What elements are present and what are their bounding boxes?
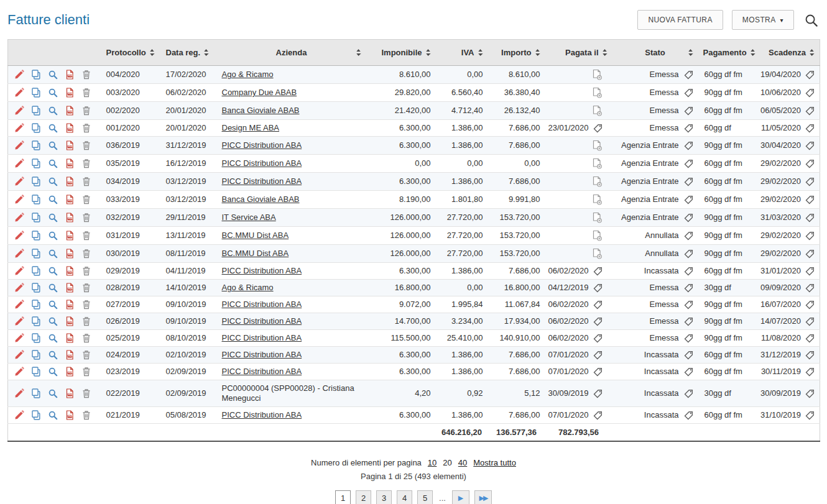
tag-icon[interactable] xyxy=(805,300,815,309)
tag-icon[interactable] xyxy=(684,249,693,259)
page-button-1[interactable]: 1 xyxy=(335,490,351,504)
column-header-imponibile[interactable]: Imponibile xyxy=(382,48,422,57)
edit-icon[interactable] xyxy=(14,176,24,186)
tag-icon[interactable] xyxy=(684,88,693,98)
pdf-icon[interactable]: PDF xyxy=(65,266,75,276)
edit-icon[interactable] xyxy=(14,388,24,398)
copy-icon[interactable] xyxy=(31,123,41,133)
trash-icon[interactable] xyxy=(81,140,91,150)
tag-icon[interactable] xyxy=(684,141,693,150)
sort-icon[interactable] xyxy=(478,48,483,57)
column-header-stato[interactable]: Stato xyxy=(645,48,665,57)
tag-icon[interactable] xyxy=(684,367,693,377)
page-button-2[interactable]: 2 xyxy=(356,490,371,504)
pdf-icon[interactable]: PDF xyxy=(65,316,75,326)
pdf-icon[interactable]: PDF xyxy=(65,388,75,398)
register-payment-icon[interactable] xyxy=(591,105,603,116)
tag-icon[interactable] xyxy=(805,411,815,420)
azienda-link[interactable]: Ago & Ricamo xyxy=(222,283,274,293)
edit-icon[interactable] xyxy=(14,249,24,259)
copy-icon[interactable] xyxy=(31,158,41,168)
tag-icon[interactable] xyxy=(684,351,693,360)
page-button-4[interactable]: 4 xyxy=(397,490,412,504)
trash-icon[interactable] xyxy=(81,176,91,186)
copy-icon[interactable] xyxy=(31,283,41,293)
trash-icon[interactable] xyxy=(81,195,91,204)
magnifier-icon[interactable] xyxy=(48,140,58,150)
copy-icon[interactable] xyxy=(31,333,41,343)
edit-icon[interactable] xyxy=(14,123,24,133)
pdf-icon[interactable]: PDF xyxy=(65,367,75,377)
tag-icon[interactable] xyxy=(805,141,815,150)
trash-icon[interactable] xyxy=(81,283,91,293)
sort-icon[interactable] xyxy=(750,48,755,57)
copy-icon[interactable] xyxy=(31,316,41,326)
edit-icon[interactable] xyxy=(14,283,24,293)
tag-icon[interactable] xyxy=(684,411,693,420)
sort-icon[interactable] xyxy=(149,48,155,57)
trash-icon[interactable] xyxy=(81,123,91,133)
azienda-link[interactable]: BC.MMU Dist ABA xyxy=(222,249,289,259)
pdf-icon[interactable]: PDF xyxy=(65,249,75,259)
edit-icon[interactable] xyxy=(14,106,24,116)
sort-icon[interactable] xyxy=(203,48,209,57)
trash-icon[interactable] xyxy=(81,249,91,259)
magnifier-icon[interactable] xyxy=(48,367,58,377)
trash-icon[interactable] xyxy=(81,213,91,222)
register-payment-icon[interactable] xyxy=(591,69,603,80)
tag-icon[interactable] xyxy=(805,389,815,398)
azienda-link[interactable]: PICC Distribution ABA xyxy=(222,158,302,168)
tag-icon[interactable] xyxy=(593,334,603,343)
magnifier-icon[interactable] xyxy=(48,176,58,186)
azienda-link[interactable]: PICC Distribution ABA xyxy=(222,266,302,276)
column-header-data-reg[interactable]: Data reg. xyxy=(166,48,201,57)
copy-icon[interactable] xyxy=(31,388,41,398)
tag-icon[interactable] xyxy=(805,231,815,241)
edit-icon[interactable] xyxy=(14,140,24,150)
per-page-option-20-current[interactable]: 20 xyxy=(443,458,451,467)
pdf-icon[interactable]: PDF xyxy=(65,350,75,360)
azienda-link[interactable]: PICC Distribution ABA xyxy=(222,350,302,360)
azienda-link[interactable]: Ago & Ricamo xyxy=(222,70,274,80)
edit-icon[interactable] xyxy=(14,316,24,326)
copy-icon[interactable] xyxy=(31,249,41,259)
tag-icon[interactable] xyxy=(805,283,815,293)
copy-icon[interactable] xyxy=(31,410,41,420)
column-header-azienda[interactable]: Azienda xyxy=(276,48,307,57)
sort-icon[interactable] xyxy=(356,48,361,57)
magnifier-icon[interactable] xyxy=(48,213,58,222)
trash-icon[interactable] xyxy=(81,388,91,398)
tag-icon[interactable] xyxy=(805,159,815,168)
tag-icon[interactable] xyxy=(684,300,693,309)
tag-icon[interactable] xyxy=(805,124,815,133)
tag-icon[interactable] xyxy=(805,317,815,326)
edit-icon[interactable] xyxy=(14,350,24,360)
copy-icon[interactable] xyxy=(31,266,41,276)
edit-icon[interactable] xyxy=(14,266,24,276)
trash-icon[interactable] xyxy=(81,106,91,116)
column-header-protocollo[interactable]: Protocollo xyxy=(106,48,146,57)
sort-icon[interactable] xyxy=(602,48,608,57)
azienda-link[interactable]: IT Service ABA xyxy=(222,213,276,222)
tag-icon[interactable] xyxy=(684,389,693,398)
pdf-icon[interactable]: PDF xyxy=(65,158,75,168)
mostra-dropdown-button[interactable]: MOSTRA ▾ xyxy=(732,10,794,30)
edit-icon[interactable] xyxy=(14,88,24,98)
tag-icon[interactable] xyxy=(684,177,693,186)
trash-icon[interactable] xyxy=(81,367,91,377)
magnifier-icon[interactable] xyxy=(48,231,58,241)
sort-icon[interactable] xyxy=(535,48,540,57)
magnifier-icon[interactable] xyxy=(48,350,58,360)
tag-icon[interactable] xyxy=(805,106,815,116)
magnifier-icon[interactable] xyxy=(48,158,58,168)
pdf-icon[interactable]: PDF xyxy=(65,88,75,98)
azienda-link[interactable]: PICC Distribution ABA xyxy=(222,410,302,420)
per-page-option-10[interactable]: 10 xyxy=(428,458,437,467)
tag-icon[interactable] xyxy=(684,317,693,326)
edit-icon[interactable] xyxy=(14,333,24,343)
tag-icon[interactable] xyxy=(684,267,693,276)
search-icon[interactable] xyxy=(803,12,820,29)
azienda-link[interactable]: PC00000004 (SPP00028) - Cristiana Menegu… xyxy=(222,383,361,403)
register-payment-icon[interactable] xyxy=(591,212,603,223)
edit-icon[interactable] xyxy=(14,158,24,168)
